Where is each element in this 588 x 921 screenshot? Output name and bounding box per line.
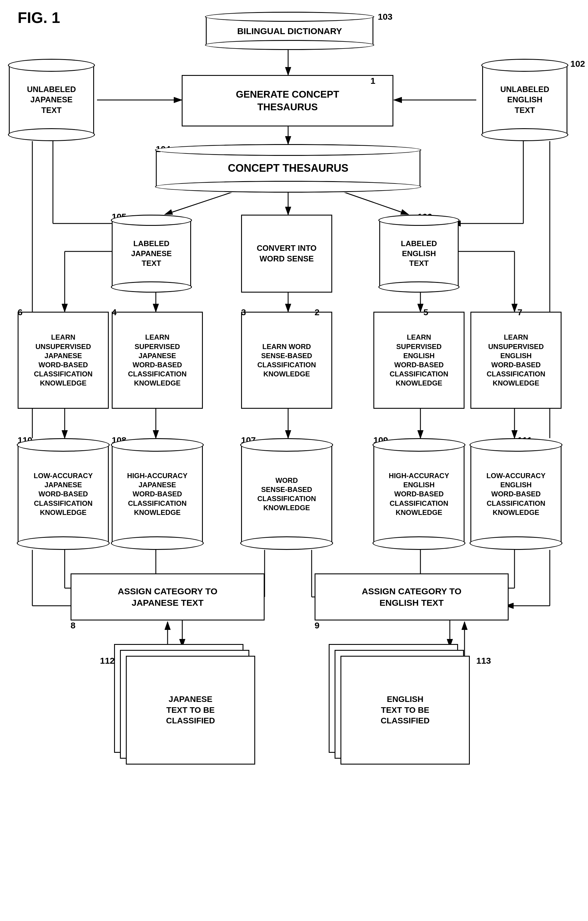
labeled-english-text: LABELED ENGLISH TEXT: [379, 215, 459, 293]
learn-supervised-en: LEARN SUPERVISED ENGLISH WORD-BASED CLAS…: [374, 312, 465, 409]
low-acc-jp: LOW-ACCURACY JAPANESE WORD-BASED CLASSIF…: [18, 438, 109, 550]
diagram-container: FIG. 1: [0, 0, 588, 921]
en-text-classified: ENGLISH TEXT TO BE CLASSIFIED: [341, 656, 470, 765]
unlabeled-english-text: UNLABELED ENGLISH TEXT: [482, 59, 567, 141]
ref-102: 102: [570, 59, 585, 69]
unlabeled-japanese-text: UNLABELED JAPANESE TEXT: [9, 59, 94, 141]
ref-1: 1: [370, 76, 375, 86]
ref-6: 6: [18, 307, 23, 317]
bilingual-dictionary: BILINGUAL DICTIONARY: [206, 12, 374, 50]
convert-word-sense: CONVERT INTO WORD SENSE: [241, 215, 332, 293]
ref-112: 112: [100, 656, 115, 666]
svg-line-7: [341, 191, 409, 215]
high-acc-jp: HIGH-ACCURACY JAPANESE WORD-BASED CLASSI…: [112, 438, 203, 550]
ref-103: 103: [378, 12, 393, 22]
assign-jp: ASSIGN CATEGORY TO JAPANESE TEXT: [71, 573, 265, 620]
word-sense-class: WORD SENSE-BASED CLASSIFICATION KNOWLEDG…: [241, 438, 332, 550]
high-acc-en: HIGH-ACCURACY ENGLISH WORD-BASED CLASSIF…: [374, 438, 465, 550]
ref-9: 9: [315, 620, 320, 630]
labeled-japanese-text: LABELED JAPANESE TEXT: [112, 215, 191, 293]
ref-3: 3: [241, 307, 246, 317]
ref-113: 113: [476, 656, 491, 666]
ref-7: 7: [517, 307, 523, 317]
learn-supervised-jp: LEARN SUPERVISED JAPANESE WORD-BASED CLA…: [112, 312, 203, 409]
ref-8: 8: [71, 620, 76, 630]
concept-thesaurus: CONCEPT THESAURUS: [156, 144, 421, 193]
bilingual-dict-label: BILINGUAL DICTIONARY: [237, 25, 342, 37]
learn-unsupervised-jp: LEARN UNSUPERVISED JAPANESE WORD-BASED C…: [18, 312, 109, 409]
learn-unsupervised-en: LEARN UNSUPERVISED ENGLISH WORD-BASED CL…: [470, 312, 562, 409]
svg-line-5: [165, 191, 235, 215]
learn-word-sense: LEARN WORD SENSE-BASED CLASSIFICATION KN…: [241, 312, 332, 409]
low-acc-en: LOW-ACCURACY ENGLISH WORD-BASED CLASSIFI…: [470, 438, 562, 550]
assign-en: ASSIGN CATEGORY TO ENGLISH TEXT: [315, 573, 508, 620]
fig-label: FIG. 1: [18, 9, 60, 26]
ref-5: 5: [423, 307, 428, 317]
ref-4: 4: [112, 307, 117, 317]
generate-thesaurus: GENERATE CONCEPT THESAURUS: [182, 75, 393, 127]
ref-2: 2: [315, 307, 320, 317]
jp-text-classified: JAPANESE TEXT TO BE CLASSIFIED: [126, 656, 255, 765]
